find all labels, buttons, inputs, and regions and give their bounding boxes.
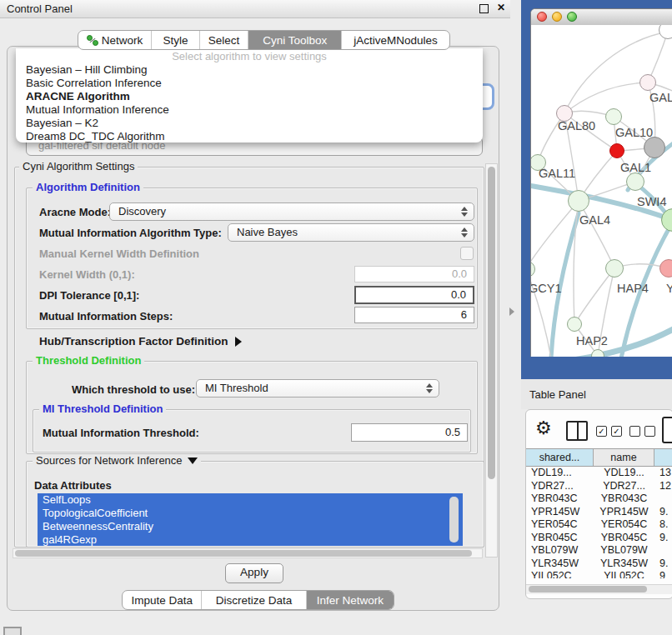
table-header-row: shared... name: [526, 448, 672, 467]
tab-impute-data[interactable]: Impute Data: [123, 591, 201, 609]
checked-checkbox-icon: ✓: [596, 426, 607, 437]
mi-steps-label: Mutual Information Steps:: [39, 310, 173, 322]
node-label: HAP4: [617, 282, 649, 295]
network-node[interactable]: [626, 172, 644, 191]
which-threshold-select[interactable]: MI Threshold: [196, 379, 439, 398]
algorithm-list: Bayesian – Hill ClimbingBasic Correlatio…: [16, 63, 483, 143]
attribute-item[interactable]: gal4RGexp: [38, 533, 463, 546]
table-cell: [654, 492, 672, 506]
unchecked-checkbox-icon: [629, 426, 640, 437]
algorithm-option[interactable]: Basic Correlation Inference: [16, 77, 483, 90]
attribute-item[interactable]: BetweennessCentrality: [38, 520, 463, 533]
stepper-icon: [461, 207, 468, 217]
table-cell: 13: [654, 467, 672, 480]
table-cell: YER054C: [526, 518, 594, 532]
tab-cyni-toolbox[interactable]: Cyni Toolbox: [248, 31, 341, 49]
algorithm-option[interactable]: Dream8 DC_TDC Algorithm: [16, 130, 483, 143]
settings-horizontal-scrollbar[interactable]: [13, 548, 483, 558]
minimize-traffic-light-icon[interactable]: [552, 12, 562, 22]
network-node[interactable]: [639, 74, 656, 91]
apply-button[interactable]: Apply: [225, 563, 283, 583]
dpi-tolerance-field[interactable]: 0.0: [354, 286, 474, 304]
table-row[interactable]: YPR145WYPR145W9.: [526, 506, 672, 519]
table-cell: YBR045C: [594, 532, 654, 545]
stepper-icon: [461, 228, 468, 238]
attributes-scrollbar-thumb[interactable]: [449, 497, 459, 542]
table-row[interactable]: YDL19...YDL19...13: [526, 467, 672, 480]
float-window-icon[interactable]: [479, 4, 489, 13]
network-window-titlebar[interactable]: [531, 9, 672, 26]
settings-vertical-scrollbar[interactable]: [485, 163, 498, 558]
expand-right-icon: [235, 337, 242, 347]
network-node[interactable]: [644, 137, 665, 158]
tab-discretize-data-label: Discretize Data: [216, 594, 293, 607]
network-canvas[interactable]: GALGAL80GAL10GAL1GAL11SWI4GAL4GCY1HAP4YH…: [531, 25, 672, 357]
deselect-all-checkboxes-icon[interactable]: [629, 426, 655, 437]
tab-infer-network[interactable]: Infer Network: [306, 591, 394, 609]
column-header-shared-name[interactable]: shared...: [526, 449, 594, 466]
table-row[interactable]: YBR043CYBR043C: [526, 492, 672, 506]
hub-definition-toggle[interactable]: Hub/Transcription Factor Definition: [39, 335, 242, 348]
tab-discretize-data[interactable]: Discretize Data: [201, 591, 305, 609]
zoom-traffic-light-icon[interactable]: [567, 12, 577, 22]
hub-definition-label: Hub/Transcription Factor Definition: [39, 335, 228, 348]
algorithm-option[interactable]: Bayesian – K2: [16, 117, 483, 130]
attribute-item[interactable]: SelfLoops: [38, 493, 463, 507]
table-cell: YER054C: [594, 518, 654, 532]
manual-kernel-checkbox[interactable]: [460, 247, 474, 260]
attribute-item[interactable]: TopologicalCoefficient: [38, 507, 463, 520]
columns-icon[interactable]: [566, 421, 588, 441]
algorithm-definition-title: Algorithm Definition: [33, 182, 143, 192]
unchecked-checkbox-icon: [644, 426, 655, 437]
vertical-scrollbar-thumb[interactable]: [488, 167, 495, 479]
aracne-mode-select[interactable]: Discovery: [109, 202, 474, 221]
horizontal-scrollbar-thumb[interactable]: [15, 550, 472, 557]
algorithm-option[interactable]: ARACNE Algorithm: [16, 90, 483, 103]
algorithm-option[interactable]: Bayesian – Hill Climbing: [16, 63, 483, 77]
table-cell: YDR27...: [526, 480, 594, 493]
minimized-window-icon[interactable]: [3, 627, 22, 635]
column-header-extra[interactable]: [654, 449, 672, 466]
network-node[interactable]: [609, 143, 624, 158]
kernel-width-field[interactable]: 0.0: [354, 266, 474, 282]
tab-jactivemnodules[interactable]: jActiveMNodules: [341, 31, 449, 49]
network-node[interactable]: [568, 190, 589, 212]
table-function-icon[interactable]: [662, 417, 672, 443]
close-icon[interactable]: ✕: [497, 2, 505, 13]
data-attributes-list[interactable]: SelfLoopsTopologicalCoefficientBetweenne…: [38, 493, 463, 546]
network-view-window[interactable]: GALGAL80GAL10GAL1GAL11SWI4GAL4GCY1HAP4YH…: [530, 8, 672, 357]
mi-type-select[interactable]: Naive Bayes: [228, 223, 474, 242]
table-scrollbar-thumb[interactable]: [529, 586, 647, 592]
column-header-name[interactable]: name: [594, 449, 654, 466]
mi-steps-field[interactable]: 6: [354, 307, 474, 323]
table-row[interactable]: YER054CYER054C8.: [526, 518, 672, 532]
table-panel-titlebar: Table Panel: [521, 379, 672, 409]
network-node[interactable]: [605, 108, 622, 125]
control-panel-titlebar: Control Panel ✕: [0, 0, 510, 18]
table-row[interactable]: YLR345WYLR345W9.: [526, 558, 672, 571]
sources-group-title[interactable]: Sources for Network Inference: [33, 455, 201, 466]
kernel-width-label: Kernel Width (0,1):: [39, 268, 135, 281]
close-traffic-light-icon[interactable]: [537, 12, 547, 22]
split-divider-arrow-icon[interactable]: [509, 308, 514, 316]
table-cell: [654, 544, 672, 558]
table-row[interactable]: YIL052CYIL052C9: [526, 570, 672, 578]
algorithm-option[interactable]: Mutual Information Inference: [16, 103, 483, 117]
table-row[interactable]: YDR27...YDR27...12: [526, 480, 672, 493]
table-row[interactable]: YBL079WYBL079W: [526, 544, 672, 558]
network-node[interactable]: [605, 259, 624, 278]
network-node[interactable]: [659, 259, 672, 278]
node-label: GAL4: [579, 213, 610, 227]
gear-icon[interactable]: ⚙: [535, 418, 552, 439]
select-all-checkboxes-icon[interactable]: ✓ ✓: [596, 426, 622, 437]
tab-network[interactable]: Network: [78, 31, 151, 49]
table-horizontal-scrollbar[interactable]: [526, 584, 672, 594]
checked-checkbox-icon: ✓: [611, 426, 622, 437]
network-node[interactable]: [567, 317, 582, 332]
table-row[interactable]: YBR045CYBR045C9.: [526, 532, 672, 545]
tab-select[interactable]: Select: [199, 31, 248, 49]
network-node[interactable]: [591, 349, 604, 357]
mi-threshold-field[interactable]: 0.5: [351, 423, 468, 442]
table-cell: 12: [654, 480, 672, 493]
tab-style[interactable]: Style: [151, 31, 198, 49]
